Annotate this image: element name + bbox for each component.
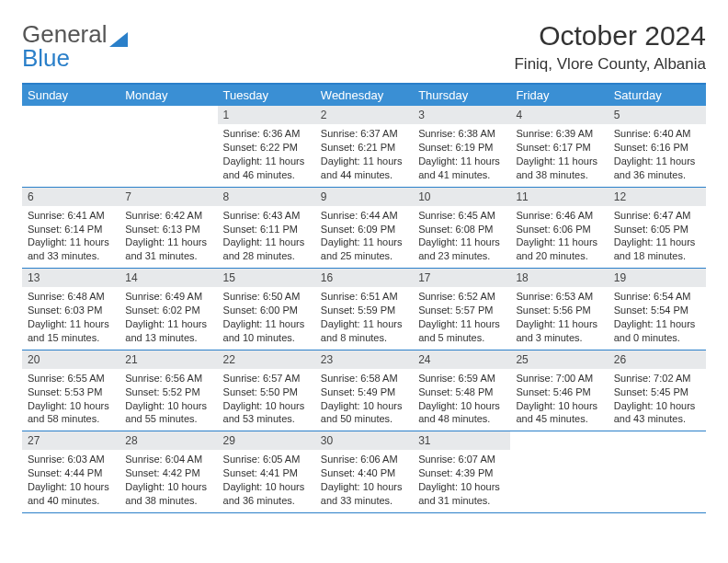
sunset-text: Sunset: 4:44 PM xyxy=(28,466,114,480)
day-details: Sunrise: 6:05 AMSunset: 4:41 PMDaylight:… xyxy=(218,450,315,511)
sunset-text: Sunset: 6:11 PM xyxy=(223,223,310,236)
empty-cell: . xyxy=(22,106,119,187)
sunset-text: Sunset: 6:00 PM xyxy=(223,304,310,317)
dow-saturday: Saturday xyxy=(609,85,706,106)
daylight-text: and 28 minutes. xyxy=(223,249,310,263)
daylight-text: Daylight: 10 hours xyxy=(418,480,505,494)
daylight-text: Daylight: 11 hours xyxy=(516,236,602,249)
sunset-text: Sunset: 6:02 PM xyxy=(125,304,211,317)
daylight-text: and 43 minutes. xyxy=(614,412,700,426)
sunrise-text: Sunrise: 6:03 AM xyxy=(28,453,114,466)
sunset-text: Sunset: 6:03 PM xyxy=(28,304,114,317)
daylight-text: Daylight: 11 hours xyxy=(321,317,407,331)
sunset-text: Sunset: 6:13 PM xyxy=(125,223,211,236)
day-16: 16Sunrise: 6:51 AMSunset: 5:59 PMDayligh… xyxy=(315,269,413,350)
sunset-text: Sunset: 5:57 PM xyxy=(418,304,505,317)
day-28: 28Sunrise: 6:04 AMSunset: 4:42 PMDayligh… xyxy=(119,431,217,512)
sunrise-text: Sunrise: 6:43 AM xyxy=(223,209,310,223)
daylight-text: Daylight: 11 hours xyxy=(516,317,602,331)
day-10: 10Sunrise: 6:45 AMSunset: 6:08 PMDayligh… xyxy=(413,188,510,269)
daylight-text: and 25 minutes. xyxy=(321,249,407,263)
day-details: Sunrise: 6:59 AMSunset: 5:48 PMDaylight:… xyxy=(413,369,510,431)
day-details: Sunrise: 6:57 AMSunset: 5:50 PMDaylight:… xyxy=(218,369,315,431)
sunset-text: Sunset: 4:41 PM xyxy=(223,466,310,480)
day-number: 10 xyxy=(413,188,510,206)
sunset-text: Sunset: 6:09 PM xyxy=(321,223,407,236)
day-18: 18Sunrise: 6:53 AMSunset: 5:56 PMDayligh… xyxy=(510,269,608,350)
sunrise-text: Sunrise: 6:07 AM xyxy=(418,453,505,466)
header: General October 2024 Finiq, Vlore County… xyxy=(22,20,706,74)
sunset-text: Sunset: 5:50 PM xyxy=(223,385,310,399)
daylight-text: and 38 minutes. xyxy=(516,168,602,182)
daylight-text: and 8 minutes. xyxy=(321,331,407,345)
day-30: 30Sunrise: 6:06 AMSunset: 4:40 PMDayligh… xyxy=(315,431,413,512)
day-details: Sunrise: 6:43 AMSunset: 6:11 PMDaylight:… xyxy=(218,206,315,268)
day-number: 28 xyxy=(119,431,217,450)
location: Finiq, Vlore County, Albania xyxy=(514,55,706,74)
day-5: 5Sunrise: 6:40 AMSunset: 6:16 PMDaylight… xyxy=(609,106,706,187)
daylight-text: Daylight: 11 hours xyxy=(223,236,310,249)
daylight-text: and 46 minutes. xyxy=(223,168,310,182)
dow-monday: Monday xyxy=(119,85,217,106)
day-details: Sunrise: 6:52 AMSunset: 5:57 PMDaylight:… xyxy=(413,287,510,349)
calendar: SundayMondayTuesdayWednesdayThursdayFrid… xyxy=(22,83,706,513)
week-row: ..1Sunrise: 6:36 AMSunset: 6:22 PMDaylig… xyxy=(22,106,706,187)
sunset-text: Sunset: 5:54 PM xyxy=(614,304,700,317)
daylight-text: and 20 minutes. xyxy=(516,249,602,263)
empty-cell: . xyxy=(119,106,217,187)
week-row: 27Sunrise: 6:03 AMSunset: 4:44 PMDayligh… xyxy=(22,431,706,512)
sunrise-text: Sunrise: 6:41 AM xyxy=(28,209,114,223)
dow-tuesday: Tuesday xyxy=(218,85,315,106)
sunrise-text: Sunrise: 6:55 AM xyxy=(28,372,114,385)
sunrise-text: Sunrise: 6:40 AM xyxy=(614,127,700,141)
sunrise-text: Sunrise: 6:56 AM xyxy=(125,372,211,385)
day-details: Sunrise: 6:53 AMSunset: 5:56 PMDaylight:… xyxy=(510,287,608,349)
sunset-text: Sunset: 6:14 PM xyxy=(28,223,114,236)
sunset-text: Sunset: 6:19 PM xyxy=(418,141,505,155)
day-number: 21 xyxy=(119,350,217,369)
daylight-text: and 5 minutes. xyxy=(418,331,505,345)
sunset-text: Sunset: 6:05 PM xyxy=(614,223,700,236)
daylight-text: Daylight: 10 hours xyxy=(125,399,211,413)
day-details: Sunrise: 6:51 AMSunset: 5:59 PMDaylight:… xyxy=(315,287,413,349)
title-block: October 2024 Finiq, Vlore County, Albani… xyxy=(514,20,706,74)
dow-friday: Friday xyxy=(510,85,608,106)
day-number: 1 xyxy=(218,106,315,124)
sunrise-text: Sunrise: 6:49 AM xyxy=(125,290,211,304)
daylight-text: and 40 minutes. xyxy=(28,494,114,508)
day-number: 9 xyxy=(315,188,413,206)
day-details: Sunrise: 6:06 AMSunset: 4:40 PMDaylight:… xyxy=(315,450,413,511)
daylight-text: Daylight: 10 hours xyxy=(28,399,114,413)
day-25: 25Sunrise: 7:00 AMSunset: 5:46 PMDayligh… xyxy=(510,350,608,431)
day-number: 24 xyxy=(413,350,510,369)
sunset-text: Sunset: 6:08 PM xyxy=(418,223,505,236)
day-details: Sunrise: 6:48 AMSunset: 6:03 PMDaylight:… xyxy=(22,287,119,349)
day-number: 8 xyxy=(218,188,315,206)
day-details: Sunrise: 6:07 AMSunset: 4:39 PMDaylight:… xyxy=(413,450,510,511)
daylight-text: and 48 minutes. xyxy=(418,412,505,426)
sunrise-text: Sunrise: 6:06 AM xyxy=(321,453,407,466)
sunset-text: Sunset: 6:06 PM xyxy=(516,223,602,236)
day-21: 21Sunrise: 6:56 AMSunset: 5:52 PMDayligh… xyxy=(119,350,217,431)
day-number: 31 xyxy=(413,431,510,450)
daylight-text: Daylight: 10 hours xyxy=(516,399,602,413)
day-27: 27Sunrise: 6:03 AMSunset: 4:44 PMDayligh… xyxy=(22,431,119,512)
day-26: 26Sunrise: 7:02 AMSunset: 5:45 PMDayligh… xyxy=(609,350,706,431)
empty-cell: . xyxy=(510,431,608,512)
sunrise-text: Sunrise: 6:38 AM xyxy=(418,127,505,141)
day-details: Sunrise: 6:37 AMSunset: 6:21 PMDaylight:… xyxy=(315,124,413,186)
day-details: Sunrise: 6:49 AMSunset: 6:02 PMDaylight:… xyxy=(119,287,217,349)
sunrise-text: Sunrise: 6:36 AM xyxy=(223,127,310,141)
sunrise-text: Sunrise: 6:58 AM xyxy=(321,372,407,385)
sunrise-text: Sunrise: 6:47 AM xyxy=(614,209,700,223)
day-17: 17Sunrise: 6:52 AMSunset: 5:57 PMDayligh… xyxy=(413,269,510,350)
day-details: Sunrise: 6:38 AMSunset: 6:19 PMDaylight:… xyxy=(413,124,510,186)
sunset-text: Sunset: 5:53 PM xyxy=(28,385,114,399)
day-number: 18 xyxy=(510,269,608,287)
day-number: 13 xyxy=(22,269,119,287)
daylight-text: Daylight: 10 hours xyxy=(28,480,114,494)
daylight-text: Daylight: 11 hours xyxy=(418,236,505,249)
week-row: 6Sunrise: 6:41 AMSunset: 6:14 PMDaylight… xyxy=(22,187,706,269)
day-6: 6Sunrise: 6:41 AMSunset: 6:14 PMDaylight… xyxy=(22,188,119,269)
sunrise-text: Sunrise: 6:42 AM xyxy=(125,209,211,223)
